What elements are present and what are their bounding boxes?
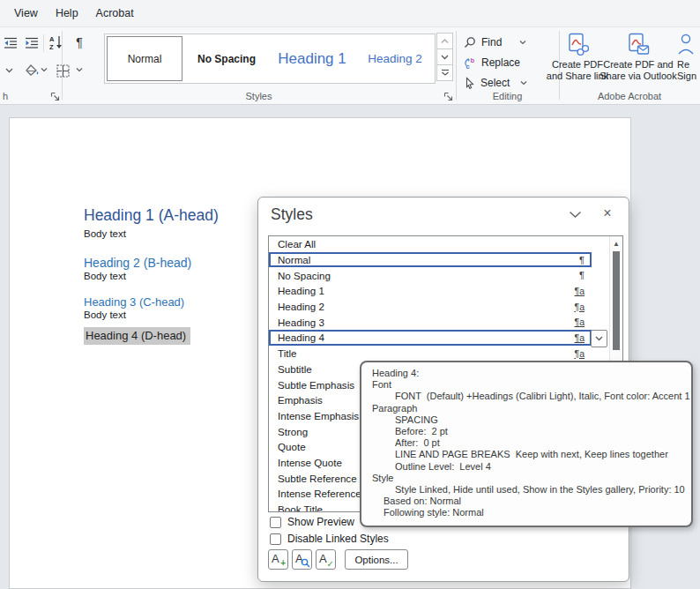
tooltip-line: LINE AND PAGE BREAKS Keep with next, Kee… (372, 449, 691, 460)
style-item-clear-all[interactable]: Clear All (269, 236, 592, 252)
chevron-down-icon (76, 68, 83, 72)
tooltip-line: Based on: Normal (372, 496, 691, 507)
options-button[interactable]: Options... (345, 549, 408, 570)
style-item-label: No Spacing (278, 270, 331, 281)
tooltip-line: Following style: Normal (372, 507, 691, 518)
find-button[interactable]: Find (464, 34, 526, 51)
decrease-indent-button[interactable] (2, 34, 19, 52)
style-item-heading-4[interactable]: Heading 4¶a (269, 330, 592, 346)
styles-pane-title: Styles (271, 205, 313, 224)
gallery-scroll-up-button[interactable] (436, 33, 453, 49)
show-preview-checkbox-row[interactable]: Show Preview (270, 516, 354, 528)
manage-styles-button[interactable]: A✓ (316, 549, 336, 570)
doc-body-text-3[interactable]: Body text (84, 309, 126, 320)
style-item-label: Intense Emphasis (278, 410, 359, 421)
style-item-label: Subtle Reference (278, 473, 357, 484)
create-pdf-outlook-label-1: Create PDF and (596, 59, 681, 71)
divider (43, 34, 44, 52)
word-window: View Help Acrobat (0, 0, 700, 589)
paint-bucket-icon (24, 63, 40, 78)
menu-acrobat[interactable]: Acrobat (87, 7, 143, 19)
style-item-normal[interactable]: Normal¶ (269, 252, 592, 268)
request-signatures-button[interactable]: Re Sign (677, 33, 700, 82)
group-divider (62, 31, 63, 100)
shading-dropdown[interactable] (39, 64, 49, 75)
sort-button[interactable]: A Z (47, 33, 66, 52)
borders-dropdown[interactable] (74, 64, 85, 75)
style-item-label: Subtle Emphasis (278, 379, 354, 391)
style-item-heading-3[interactable]: Heading 3¶a (269, 314, 592, 330)
style-item-label: Book Title (278, 503, 323, 512)
borders-button[interactable] (53, 61, 72, 80)
style-item-heading-1[interactable]: Heading 1¶a (269, 283, 592, 299)
gallery-style-heading-1[interactable]: Heading 1 (271, 36, 354, 81)
show-formatting-marks-button[interactable]: ¶ (71, 33, 88, 52)
request-signatures-label-2: Sign (677, 71, 700, 82)
chevron-down-icon (520, 81, 527, 86)
tooltip-line: After: 0 pt (372, 437, 691, 449)
style-inspector-button[interactable]: A (292, 549, 312, 570)
new-style-button[interactable]: A+ (268, 549, 288, 570)
disable-linked-styles-checkbox[interactable] (270, 533, 281, 545)
gallery-more-button[interactable] (436, 64, 453, 81)
find-label: Find (481, 36, 502, 48)
style-details-tooltip: Heading 4: Font FONT (Default) +Headings… (360, 361, 693, 527)
select-button[interactable]: Select (464, 74, 527, 92)
doc-heading-1[interactable]: Heading 1 (A-head) (84, 206, 219, 225)
paragraph-dialog-launcher[interactable] (50, 92, 60, 101)
scrollbar-thumb[interactable] (613, 251, 620, 350)
styles-dialog-launcher[interactable] (443, 92, 453, 101)
create-pdf-outlook-button[interactable]: Create PDF and Share via Outlook (596, 33, 681, 82)
linked-style-symbol: ¶a (575, 332, 585, 343)
style-item-title[interactable]: Title¶a (269, 346, 592, 362)
style-item-no-spacing[interactable]: No Spacing¶ (269, 267, 592, 283)
request-signatures-label-1: Re (677, 59, 700, 71)
gallery-style-no-spacing[interactable]: No Spacing (186, 36, 267, 81)
menu-help[interactable]: Help (47, 7, 87, 19)
pdf-outlook-icon (626, 33, 651, 56)
disable-linked-styles-checkbox-row[interactable]: Disable Linked Styles (270, 533, 389, 545)
person-icon (677, 33, 698, 56)
chevron-down-icon (595, 336, 603, 341)
doc-heading-2[interactable]: Heading 2 (B-head) (84, 256, 191, 270)
replace-label: Replace (481, 56, 520, 69)
borders-grid-icon (56, 64, 70, 78)
disable-linked-styles-label: Disable Linked Styles (287, 533, 389, 545)
style-item-heading-2[interactable]: Heading 2¶a (269, 299, 592, 315)
style-item-label: Heading 2 (278, 301, 324, 312)
style-item-label: Heading 1 (278, 285, 324, 296)
scrollbar-up-arrow-icon[interactable]: ▲ (610, 240, 622, 248)
left-dropdown-button[interactable] (2, 63, 16, 78)
doc-body-text-2[interactable]: Body text (84, 271, 126, 281)
pdf-share-link-icon (565, 33, 590, 56)
svg-text:Z: Z (49, 43, 54, 50)
doc-body-text-1[interactable]: Body text (84, 228, 126, 239)
style-item-label: Emphasis (278, 394, 323, 406)
styles-pane-close-button[interactable]: × (599, 205, 615, 222)
show-preview-checkbox[interactable] (270, 517, 281, 528)
style-gallery: Normal No Spacing Heading 1 Heading 2 (104, 34, 436, 84)
gallery-style-heading-2[interactable]: Heading 2 (357, 36, 433, 81)
increase-indent-icon (25, 37, 39, 49)
linked-style-symbol: ¶a (575, 317, 585, 327)
gallery-scroll-controls (436, 34, 453, 81)
doc-heading-4-highlighted[interactable]: Heading 4 (D-head) (84, 327, 190, 345)
replace-icon: b c (464, 56, 476, 69)
paragraph-group-label: h (3, 91, 8, 101)
doc-heading-3[interactable]: Heading 3 (C-head) (84, 295, 184, 309)
menu-view[interactable]: View (5, 7, 47, 19)
replace-button[interactable]: b c Replace (464, 54, 520, 71)
gallery-scroll-down-button[interactable] (436, 48, 453, 65)
magnifier-icon (301, 558, 310, 568)
increase-indent-button[interactable] (23, 34, 41, 52)
tooltip-line: Style Linked, Hide until used, Show in t… (372, 484, 691, 496)
search-icon (464, 36, 476, 48)
chevron-down-icon (519, 41, 526, 45)
gallery-style-normal[interactable]: Normal (107, 36, 182, 81)
paragraph-style-symbol: ¶ (579, 255, 585, 265)
heading-4-dropdown-button[interactable] (591, 330, 607, 347)
tooltip-line: Outline Level: Level 4 (372, 461, 691, 473)
style-item-label: Quote (278, 441, 306, 452)
styles-pane-collapse-button[interactable] (569, 211, 585, 223)
chevron-down-icon (5, 68, 13, 73)
